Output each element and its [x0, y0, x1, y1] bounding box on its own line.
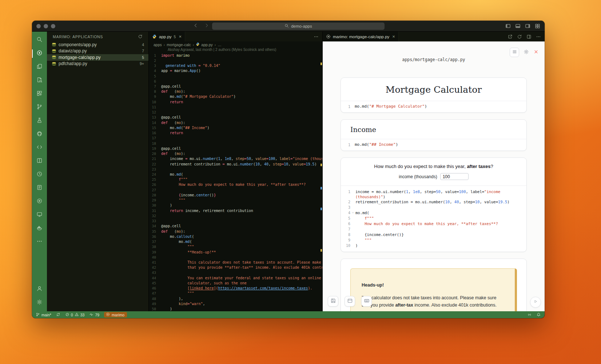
- overview-ruler[interactable]: [321, 52, 322, 311]
- code-line[interactable]: 41 This calculator does not take taxes i…: [149, 260, 322, 265]
- code-line[interactable]: 25 f""": [149, 177, 322, 182]
- activity-item-run-circle[interactable]: [32, 195, 47, 208]
- broadcast-icon[interactable]: [527, 312, 532, 317]
- code-line[interactable]: 17: [149, 136, 322, 141]
- code-editor[interactable]: 1import marimo23__generated_with = "0.0.…: [149, 52, 322, 311]
- breadcrumb-item[interactable]: …: [218, 43, 222, 47]
- code-line[interactable]: 49 kind="warn",: [149, 301, 322, 306]
- code-line[interactable]: 8def __(mo):: [149, 89, 322, 94]
- fold-chevron-icon[interactable]: [350, 210, 355, 214]
- code-line[interactable]: 37 mo.md(: [149, 239, 322, 244]
- code-line[interactable]: 36 mo.callout(: [149, 234, 322, 239]
- income-input[interactable]: [440, 173, 469, 180]
- code-line[interactable]: 1import marimo: [149, 53, 322, 58]
- code-line[interactable]: 47 """: [149, 291, 322, 296]
- code-line[interactable]: 4app = marimo.App(): [149, 68, 322, 73]
- code-line[interactable]: 26 How much do you expect to make this y…: [149, 182, 322, 187]
- activity-item-devices[interactable]: [32, 208, 47, 222]
- bell-icon[interactable]: [536, 312, 541, 317]
- activity-item-docker[interactable]: [32, 222, 47, 235]
- activity-item-account[interactable]: [32, 283, 47, 296]
- code-line[interactable]: 11: [149, 104, 322, 109]
- menu-button[interactable]: [510, 48, 519, 57]
- activity-item-marimo[interactable]: [32, 47, 47, 60]
- cell-code-block[interactable]: 1income = mo.ui.number(1, 1e8, step=50, …: [341, 186, 526, 252]
- code-line[interactable]: 6: [149, 79, 322, 84]
- more-actions-icon[interactable]: [314, 34, 319, 39]
- code-line[interactable]: 50 ): [149, 306, 322, 311]
- code-line[interactable]: 35def __(mo):: [149, 229, 322, 234]
- code-line[interactable]: 13@app.cell: [149, 115, 322, 120]
- code-line[interactable]: 33: [149, 219, 322, 224]
- split-editor-icon[interactable]: [526, 34, 532, 39]
- reload-preview-icon[interactable]: [517, 34, 522, 39]
- cell-code[interactable]: 1mo.md("## Income"): [341, 139, 526, 151]
- code-line[interactable]: 44 You can estimate your federal and sta…: [149, 275, 322, 280]
- more-actions-icon[interactable]: [536, 34, 541, 39]
- code-line[interactable]: 18: [149, 141, 322, 146]
- zoom-window-button[interactable]: [51, 24, 55, 28]
- code-line[interactable]: 45 calculator, such as the one: [149, 280, 322, 285]
- activity-item-files[interactable]: [32, 60, 47, 74]
- code-line[interactable]: 10 return: [149, 99, 322, 104]
- code-line[interactable]: 15 mo.md("## Income"): [149, 125, 322, 130]
- code-line[interactable]: 34@app.cell: [149, 224, 322, 229]
- code-line[interactable]: 46 [linked here](https://smartasset.com/…: [149, 286, 322, 291]
- file-tree-item[interactable]: pdfchat/app.py9+: [47, 61, 148, 67]
- code-line[interactable]: 32: [149, 213, 322, 218]
- open-external-icon[interactable]: [508, 34, 513, 39]
- marimo-task-status[interactable]: marimo: [104, 312, 127, 317]
- file-tree-item[interactable]: dataviz/app.py7: [47, 48, 148, 55]
- code-line[interactable]: 3__generated_with = "0.0.14": [149, 63, 322, 68]
- code-line[interactable]: 28 {income.center()}: [149, 192, 322, 197]
- code-line[interactable]: 20def __(mo):: [149, 151, 322, 156]
- app-settings-button[interactable]: [524, 49, 529, 56]
- code-line[interactable]: 42 that you provide **after-tax** income…: [149, 265, 322, 270]
- panel-button[interactable]: [345, 296, 355, 307]
- file-tree-item[interactable]: mortgage-calc/app.py5: [47, 54, 148, 61]
- activity-item-search[interactable]: [32, 33, 47, 47]
- activity-item-split-layout[interactable]: [32, 155, 47, 168]
- code-line[interactable]: 39 **Heads-up!**: [149, 249, 322, 255]
- shutdown-button[interactable]: [533, 49, 539, 56]
- activity-item-beaker[interactable]: [32, 114, 47, 128]
- code-line[interactable]: 21 income = mo.ui.number(1, 1e8, step=50…: [149, 156, 322, 161]
- problems-status[interactable]: 0 33: [65, 312, 85, 317]
- code-line[interactable]: 23: [149, 167, 322, 172]
- code-line[interactable]: 14def __(mo):: [149, 120, 322, 125]
- refresh-icon[interactable]: [138, 34, 143, 39]
- activity-item-more[interactable]: [32, 235, 47, 249]
- keyboard-shortcuts-button[interactable]: [361, 296, 372, 307]
- code-line[interactable]: 29 """: [149, 198, 322, 203]
- back-arrow-icon[interactable]: [193, 23, 198, 29]
- sync-status[interactable]: [56, 312, 60, 317]
- panel-left-icon[interactable]: [505, 23, 511, 29]
- tab-app-py[interactable]: app.py 5 ×: [149, 32, 185, 41]
- code-line[interactable]: 27: [149, 187, 322, 192]
- code-line[interactable]: 2: [149, 58, 322, 63]
- code-line[interactable]: 9 mo.md("# Mortgage Calculator"): [149, 94, 322, 99]
- code-line[interactable]: 48 ),: [149, 296, 322, 301]
- panel-bottom-icon[interactable]: [515, 23, 521, 29]
- code-line[interactable]: 7@app.cell: [149, 84, 322, 89]
- code-line[interactable]: 5: [149, 73, 322, 79]
- code-line[interactable]: 43: [149, 270, 322, 275]
- activity-item-extensions[interactable]: [32, 87, 47, 101]
- file-tree-item[interactable]: components/app.py4: [47, 41, 148, 48]
- close-tab-icon[interactable]: ×: [392, 34, 395, 39]
- code-line[interactable]: 30 ): [149, 203, 322, 208]
- breadcrumb-item[interactable]: app.py: [196, 42, 213, 47]
- activity-item-git-branch[interactable]: [32, 101, 47, 114]
- tab-marimo-preview[interactable]: marimo: mortgage-calc/app.py ×: [323, 32, 399, 41]
- layout-grid-icon[interactable]: [535, 23, 540, 29]
- command-center-search[interactable]: demo-apps: [212, 23, 385, 30]
- git-branch-status[interactable]: main*: [36, 312, 51, 317]
- activity-item-history[interactable]: [32, 168, 47, 181]
- activity-item-settings-gear[interactable]: [32, 296, 47, 309]
- close-window-button[interactable]: [36, 24, 41, 28]
- code-line[interactable]: 22 retirement_contribution = mo.ui.numbe…: [149, 161, 322, 167]
- counter-status[interactable]: 79: [89, 312, 99, 317]
- code-line[interactable]: 24 mo.md(: [149, 172, 322, 177]
- activity-item-code-arrows[interactable]: [32, 141, 47, 155]
- breadcrumb-item[interactable]: apps: [154, 43, 162, 47]
